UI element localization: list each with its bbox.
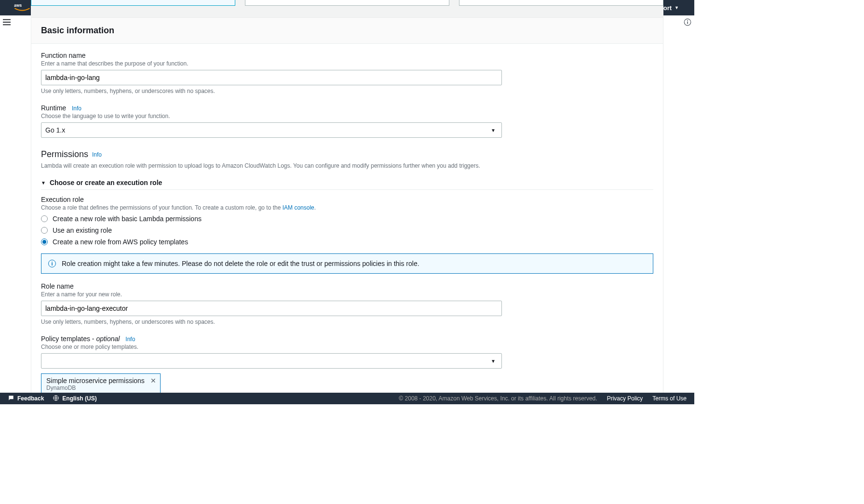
radio-label: Create a new role from AWS policy templa…: [53, 238, 188, 246]
radio-label: Create a new role with basic Lambda perm…: [53, 215, 202, 223]
chevron-down-icon: ▼: [491, 358, 496, 364]
svg-rect-6: [687, 22, 688, 24]
option-card-repo[interactable]: [459, 0, 663, 6]
role-name-help: Use only letters, numbers, hyphens, or u…: [41, 318, 653, 325]
main: Basic information Function name Enter a …: [15, 0, 679, 393]
svg-rect-2: [3, 22, 11, 23]
hamburger-icon: [3, 19, 11, 27]
footer: Feedback English (US) © 2008 - 2020, Ama…: [0, 393, 694, 404]
function-name-help: Use only letters, numbers, hyphens, or u…: [41, 88, 653, 94]
svg-rect-1: [3, 19, 11, 20]
svg-rect-3: [3, 24, 11, 25]
runtime-label: Runtime: [41, 104, 66, 112]
remove-chip-button[interactable]: ✕: [150, 377, 156, 385]
policy-templates-label: Policy templates - optional: [41, 335, 122, 343]
option-card-author[interactable]: [31, 0, 235, 6]
runtime-select[interactable]: Go 1.x ▼: [41, 122, 502, 138]
permissions-label: Permissions: [41, 149, 88, 159]
role-name-input[interactable]: [41, 301, 502, 316]
radio-icon: [41, 215, 48, 222]
execution-role-toggle[interactable]: ▼ Choose or create an execution role: [41, 176, 653, 190]
banner-text: Role creation might take a few minutes. …: [62, 260, 419, 267]
footer-terms[interactable]: Terms of Use: [652, 395, 687, 402]
option-card-blueprint[interactable]: [245, 0, 449, 6]
execution-role-hint-suffix: .: [314, 204, 316, 211]
policy-templates-label-main: Policy templates -: [41, 335, 96, 343]
radio-label: Use an existing role: [53, 226, 112, 234]
globe-icon: [53, 395, 59, 403]
iam-console-link[interactable]: IAM console: [283, 204, 314, 211]
info-icon: i: [48, 260, 56, 267]
svg-point-5: [687, 20, 688, 21]
creation-option-cards: [31, 0, 663, 6]
execution-role-hint: Choose a role that defines the permissio…: [41, 204, 653, 211]
execution-role-label: Execution role: [41, 196, 653, 203]
policy-templates-hint: Choose one or more policy templates.: [41, 344, 653, 350]
chevron-down-icon: ▼: [41, 180, 46, 186]
close-icon: ✕: [150, 377, 156, 385]
footer-language-label: English (US): [62, 395, 96, 402]
footer-language[interactable]: English (US): [53, 395, 96, 403]
footer-copyright: © 2008 - 2020, Amazon Web Services, Inc.…: [399, 395, 597, 402]
runtime-value: Go 1.x: [45, 126, 65, 134]
role-creation-banner: i Role creation might take a few minutes…: [41, 253, 653, 274]
policy-templates-info-link[interactable]: Info: [125, 336, 135, 343]
basic-info-card: Basic information Function name Enter a …: [31, 17, 663, 393]
info-icon: [684, 18, 691, 27]
role-name-label: Role name: [41, 282, 653, 290]
permissions-hint: Lambda will create an execution role wit…: [41, 162, 653, 169]
role-name-hint: Enter a name for your new role.: [41, 291, 653, 298]
chat-icon: [8, 395, 14, 403]
execution-role-toggle-label: Choose or create an execution role: [50, 179, 162, 186]
radio-icon: [41, 239, 48, 245]
radio-existing[interactable]: Use an existing role: [41, 226, 653, 234]
function-name-hint: Enter a name that describes the purpose …: [41, 60, 653, 67]
policy-templates-label-optional: optional: [96, 335, 120, 343]
policy-chip-title: Simple microservice permissions: [46, 377, 145, 385]
radio-icon: [41, 227, 48, 234]
radio-new-basic[interactable]: Create a new role with basic Lambda perm…: [41, 215, 653, 223]
runtime-info-link[interactable]: Info: [72, 105, 81, 112]
card-title: Basic information: [31, 18, 663, 44]
function-name-input[interactable]: [41, 70, 502, 85]
right-info-toggle[interactable]: [681, 18, 694, 27]
runtime-hint: Choose the language to use to write your…: [41, 113, 653, 119]
policy-templates-select[interactable]: ▼: [41, 353, 502, 369]
execution-role-hint-pre: Choose a role that defines the permissio…: [41, 204, 283, 211]
footer-feedback[interactable]: Feedback: [8, 395, 44, 403]
function-name-label: Function name: [41, 52, 653, 59]
footer-feedback-label: Feedback: [17, 395, 44, 402]
left-drawer-toggle[interactable]: [0, 15, 14, 30]
chevron-down-icon: ▼: [491, 128, 496, 133]
permissions-header: Permissions Info: [41, 149, 653, 159]
permissions-info-link[interactable]: Info: [92, 151, 102, 158]
policy-chip-sub: DynamoDB: [46, 385, 145, 391]
policy-chip: Simple microservice permissions DynamoDB…: [41, 373, 161, 393]
radio-policy-templates[interactable]: Create a new role from AWS policy templa…: [41, 238, 653, 246]
footer-privacy[interactable]: Privacy Policy: [607, 395, 643, 402]
